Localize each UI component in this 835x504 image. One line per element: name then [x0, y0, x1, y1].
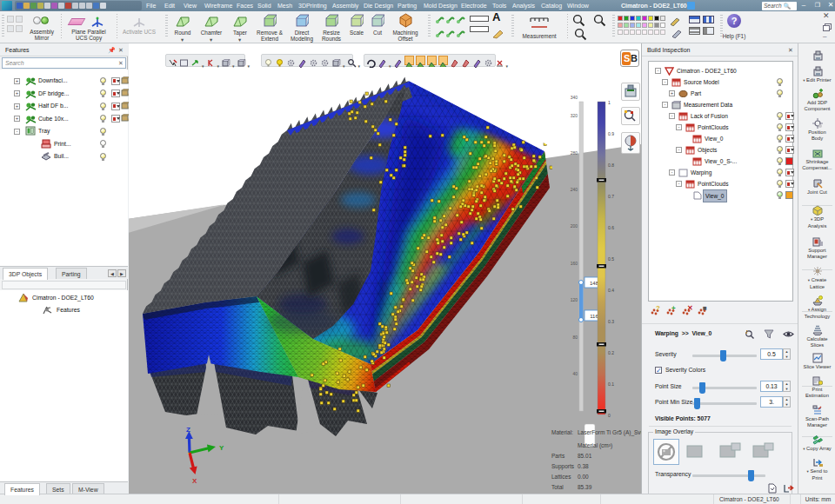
- svg-text:85.39: 85.39: [578, 484, 592, 490]
- svg-text:0.2: 0.2: [608, 350, 614, 355]
- svg-text:0.7: 0.7: [608, 194, 614, 199]
- svg-text:85.01: 85.01: [578, 453, 592, 459]
- svg-text:X: X: [192, 477, 197, 485]
- svg-text:0: 0: [608, 413, 611, 418]
- svg-text:280: 280: [571, 150, 578, 156]
- svg-text:Z: Z: [186, 426, 190, 434]
- svg-text:240: 240: [571, 187, 578, 192]
- svg-text:Material (cm³): Material (cm³): [578, 442, 612, 449]
- svg-text:200: 200: [571, 223, 578, 229]
- svg-text:1: 1: [608, 100, 611, 105]
- svg-text:320: 320: [571, 113, 578, 118]
- svg-text:Y: Y: [219, 444, 224, 452]
- svg-text:120: 120: [571, 297, 578, 302]
- svg-text:Supports: Supports: [551, 463, 575, 470]
- svg-text:Parts: Parts: [551, 453, 565, 459]
- svg-text:0.9: 0.9: [608, 131, 614, 136]
- svg-text:0.8: 0.8: [608, 162, 614, 168]
- svg-text:0.1: 0.1: [608, 381, 614, 387]
- svg-text:Total: Total: [551, 484, 564, 490]
- svg-text:160: 160: [571, 261, 578, 266]
- svg-text:40: 40: [572, 371, 578, 376]
- svg-text:Lattices: Lattices: [551, 474, 571, 480]
- svg-text:LaserForm Ti Gr5 (A)_Sv6: LaserForm Ti Gr5 (A)_Sv6: [578, 429, 641, 436]
- svg-text:Material:: Material:: [551, 429, 573, 435]
- svg-text:80: 80: [572, 335, 578, 340]
- svg-text:0.5: 0.5: [608, 256, 614, 262]
- svg-text:0.38: 0.38: [578, 463, 589, 469]
- svg-text:340: 340: [571, 95, 578, 100]
- svg-text:0.00: 0.00: [578, 474, 589, 480]
- svg-text:0.3: 0.3: [608, 319, 614, 324]
- svg-text:0.4: 0.4: [608, 288, 614, 293]
- svg-text:0.6: 0.6: [608, 225, 614, 230]
